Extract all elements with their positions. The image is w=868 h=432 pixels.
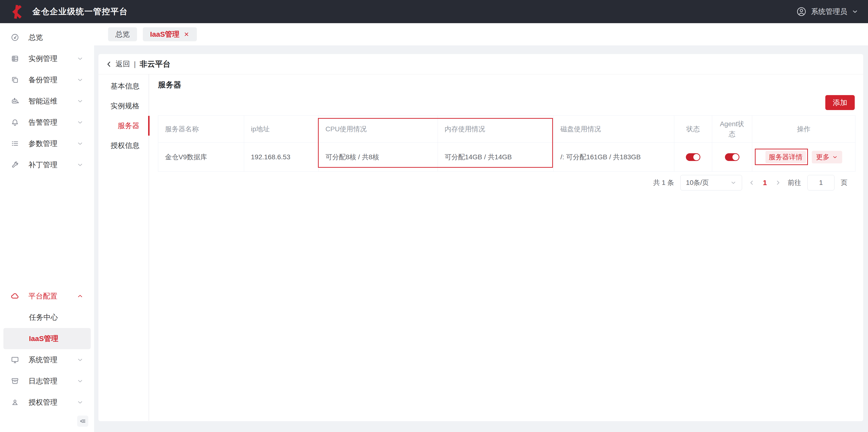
- app-root: 金仓企业级统一管控平台 系统管理员 总览: [0, 0, 868, 432]
- table-header-row: 服务器名称 ip地址 CPU使用情况 内存使用情况 磁盘使用情况 状态 Agen…: [158, 116, 856, 143]
- sidebar-item-label: 参数管理: [28, 139, 57, 149]
- page-size-select[interactable]: 10条/页: [680, 175, 742, 190]
- chevron-up-icon: [77, 293, 84, 300]
- chevron-down-icon: [77, 378, 84, 384]
- pagination: 共 1 条 10条/页 1 前往 页: [158, 175, 855, 190]
- sidebar-item-label: 实例管理: [28, 54, 57, 64]
- page-title: 非云平台: [140, 59, 170, 69]
- chevron-down-icon: [77, 161, 84, 168]
- collapse-sidebar-button[interactable]: [77, 415, 88, 427]
- sidebar-item-overview[interactable]: 总览: [0, 27, 94, 48]
- chevron-down-icon: [77, 357, 84, 363]
- sidebar-item-label: 平台配置: [28, 291, 57, 301]
- chevron-down-icon: [77, 119, 84, 126]
- kingbase-logo-icon: [10, 4, 25, 20]
- sidebar-item-parameters[interactable]: 参数管理: [0, 133, 94, 154]
- col-memory-usage: 内存使用情况: [438, 116, 554, 143]
- patch-management-icon: [11, 160, 19, 169]
- chevron-down-icon: [77, 76, 84, 83]
- detail-nav-item-server[interactable]: 服务器: [98, 116, 149, 136]
- col-agent-status: Agent状态: [712, 116, 752, 143]
- sidebar-item-patches[interactable]: 补丁管理: [0, 154, 94, 176]
- sidebar-item-smart-ops[interactable]: 智能运维: [0, 91, 94, 112]
- platform-config-icon: [11, 292, 19, 301]
- sidebar-item-system[interactable]: 系统管理: [0, 349, 94, 370]
- tab-overview[interactable]: 总览: [108, 27, 137, 41]
- sidebar-item-label: 总览: [28, 33, 43, 42]
- cell-memory: 可分配14GB / 共14GB: [438, 143, 554, 172]
- active-nav-indicator: [148, 116, 150, 136]
- sidebar-item-authorization[interactable]: 授权管理: [0, 392, 94, 413]
- more-button[interactable]: 更多: [812, 151, 842, 163]
- chevron-down-icon: [77, 98, 84, 104]
- sidebar-item-platform-config[interactable]: 平台配置: [0, 285, 94, 307]
- detail-nav-item-instance-spec[interactable]: 实例规格: [98, 96, 149, 116]
- page-number-1[interactable]: 1: [762, 179, 768, 187]
- chevron-down-icon: [730, 180, 737, 186]
- sidebar-subitem-iaas[interactable]: IaaS管理: [3, 328, 91, 349]
- chevron-down-icon: [77, 399, 84, 406]
- sidebar-item-alerts[interactable]: 告警管理: [0, 112, 94, 133]
- brand: 金仓企业级统一管控平台: [10, 4, 128, 20]
- sidebar-item-label: 备份管理: [28, 75, 57, 85]
- parameter-management-icon: [11, 139, 19, 148]
- sidebar: 总览 实例管理 备份管理: [0, 23, 94, 432]
- add-server-button[interactable]: 添加: [825, 95, 855, 110]
- log-management-icon: [11, 377, 19, 385]
- col-ip: ip地址: [244, 116, 319, 143]
- goto-page-input[interactable]: [807, 175, 834, 190]
- back-link[interactable]: 返回: [105, 59, 130, 69]
- sidebar-item-label: 授权管理: [28, 398, 57, 407]
- detail-nav-item-license-info[interactable]: 授权信息: [98, 136, 149, 155]
- sidebar-item-logs[interactable]: 日志管理: [0, 370, 94, 392]
- card-body: 基本信息 实例规格 服务器 授权信息 服务器 添加: [98, 74, 863, 421]
- tab-iaas[interactable]: IaaS管理: [143, 27, 197, 41]
- breadcrumb-separator: |: [134, 60, 136, 68]
- alert-management-icon: [11, 118, 19, 127]
- sidebar-menu: 总览 实例管理 备份管理: [0, 23, 94, 413]
- chevron-down-icon: [77, 55, 84, 62]
- sidebar-subitem-label: IaaS管理: [29, 334, 58, 344]
- goto-label: 前往: [788, 178, 801, 187]
- sidebar-item-label: 日志管理: [28, 376, 57, 386]
- page-header: 返回 | 非云平台: [98, 54, 863, 74]
- sidebar-subitem-task-center[interactable]: 任务中心: [0, 307, 94, 328]
- detail-nav-item-basic-info[interactable]: 基本信息: [98, 76, 149, 96]
- col-server-name: 服务器名称: [158, 116, 244, 143]
- back-label: 返回: [116, 59, 130, 69]
- layout: 总览 实例管理 备份管理: [0, 23, 868, 432]
- table-row: 金仓V9数据库 192.168.6.53 可分配8核 / 共8核 可分配14GB…: [158, 143, 856, 172]
- sidebar-item-label: 智能运维: [28, 96, 57, 106]
- status-toggle[interactable]: [686, 153, 700, 161]
- collapse-sidebar-icon: [79, 418, 86, 425]
- total-count: 共 1 条: [653, 178, 674, 187]
- sidebar-subitem-label: 任务中心: [29, 312, 58, 322]
- sidebar-item-label: 告警管理: [28, 118, 57, 127]
- agent-status-toggle[interactable]: [725, 153, 739, 161]
- chevron-down-icon: [77, 140, 84, 147]
- col-disk-usage: 磁盘使用情况: [554, 116, 674, 143]
- server-section: 服务器 添加 服务器名称: [149, 74, 863, 421]
- section-title: 服务器: [158, 80, 855, 90]
- col-actions: 操作: [752, 116, 856, 143]
- cell-server-name: 金仓V9数据库: [158, 143, 244, 172]
- user-avatar-icon: [796, 6, 807, 17]
- tabstrip: 总览 IaaS管理: [94, 23, 868, 45]
- next-page-icon[interactable]: [775, 179, 781, 186]
- sidebar-item-backup[interactable]: 备份管理: [0, 69, 94, 91]
- sidebar-item-label: 系统管理: [28, 355, 57, 365]
- sidebar-item-label: 补丁管理: [28, 160, 57, 170]
- user-menu[interactable]: 系统管理员: [796, 6, 858, 17]
- menu-spacer: [0, 176, 94, 285]
- server-detail-button[interactable]: 服务器详情: [766, 151, 806, 163]
- intelligent-ops-icon: [11, 97, 19, 105]
- sidebar-item-instances[interactable]: 实例管理: [0, 48, 94, 69]
- cell-cpu: 可分配8核 / 共8核: [319, 143, 438, 172]
- server-table: 服务器名称 ip地址 CPU使用情况 内存使用情况 磁盘使用情况 状态 Agen…: [158, 115, 856, 172]
- chevron-left-icon: [105, 61, 113, 68]
- user-name: 系统管理员: [811, 7, 847, 17]
- close-icon[interactable]: [183, 31, 190, 37]
- authorization-management-icon: [11, 398, 19, 407]
- prev-page-icon[interactable]: [748, 179, 755, 186]
- content-card: 返回 | 非云平台 基本信息 实例规格 服务器 授权信息 服务器: [98, 54, 863, 421]
